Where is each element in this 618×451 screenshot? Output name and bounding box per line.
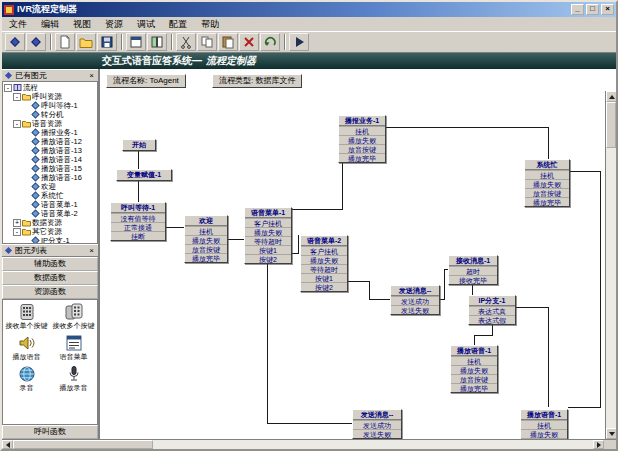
flow-node-assign-1[interactable]: 变量赋值-1 [116,169,172,181]
node-port[interactable]: 播放失败 [521,429,567,438]
node-port[interactable]: 播放失败 [339,135,385,144]
flow-node-recv-msg-1[interactable]: 接收消息-1超时接收完毕 [448,255,498,285]
menu-edit[interactable]: 编辑 [34,17,66,31]
open-button[interactable] [76,33,96,51]
flow-node-play-voice-1b[interactable]: 播放语音-1挂机播放失败放音按键播放完毕 [520,409,568,439]
maximize-button[interactable]: □ [586,4,599,15]
node-port[interactable]: 播放失败 [525,179,569,188]
tree-expander-icon[interactable]: - [13,120,21,128]
tree-expander-icon[interactable]: - [4,84,12,92]
node-port[interactable]: 表达式假 [469,315,515,324]
node-port[interactable]: 按键2 [245,254,291,263]
node-port[interactable]: 表达式真 [469,306,515,315]
close-button[interactable]: × [601,4,614,15]
flow-node-welcome[interactable]: 欢迎挂机播放失败放音按键播放完毕 [184,215,228,263]
node-port[interactable]: 没有值等待 [111,213,165,222]
tree-item[interactable]: IP分支-1 [3,236,97,244]
delete-button[interactable] [239,33,259,51]
horizontal-scroll-thumb[interactable] [13,440,153,449]
scroll-right-button[interactable] [593,440,604,449]
node-port[interactable]: 播放失败 [185,235,227,244]
menu-help[interactable]: 帮助 [194,17,226,31]
node-port[interactable]: 放音按键 [339,144,385,153]
menu-file[interactable]: 文件 [2,17,34,31]
horizontal-scroll-track[interactable] [153,440,593,449]
scroll-down-button[interactable] [606,428,616,439]
view-window-1-button[interactable] [126,33,146,51]
flow-node-voice-menu-2[interactable]: 语音菜单-2客户挂机播放失败等待超时按键1按键2 [300,235,348,292]
node-port[interactable]: 等待超时 [301,264,347,273]
tree-expander-icon[interactable]: - [13,93,21,101]
menu-debug[interactable]: 调试 [130,17,162,31]
flow-node-call-wait-1[interactable]: 呼叫等待-1没有值等待正常接通挂断 [110,202,166,241]
flow-node-system-busy[interactable]: 系统忙挂机播放失败放音按键播放完毕 [524,159,570,207]
vertical-scroll-thumb[interactable] [606,102,616,148]
node-port[interactable]: 按键2 [301,282,347,291]
node-port[interactable]: 挂机 [521,420,567,429]
node-port[interactable]: 按键1 [301,273,347,282]
tree-expander-icon[interactable]: + [13,219,21,227]
node-port[interactable]: 放音按键 [185,244,227,253]
node-port[interactable]: 客户挂机 [301,246,347,255]
node-port[interactable]: 放音按键 [525,188,569,197]
nav-forward-button[interactable] [26,33,46,51]
category-call-functions-button[interactable]: 呼叫函数 [2,425,98,439]
menu-config[interactable]: 配置 [162,17,194,31]
existing-panel-close-icon[interactable]: × [87,71,96,80]
node-port[interactable]: 挂断 [111,231,165,240]
node-port[interactable]: 接收完毕 [449,275,497,284]
palette-item-receive-multi-key[interactable]: 接收多个按键 [50,303,97,330]
palette-item-voice-menu[interactable]: 语音菜单 [50,334,97,361]
node-port[interactable]: 挂机 [451,356,497,365]
node-port[interactable]: 正常接通 [111,222,165,231]
flow-canvas[interactable]: 流程名称: ToAgent 流程类型: 数据库文件 开始变量赋值-1呼叫等待-1… [99,69,616,439]
run-button[interactable] [289,33,309,51]
scroll-up-button[interactable] [606,91,616,102]
cut-button[interactable] [176,33,196,51]
minimize-button[interactable]: _ [571,4,584,15]
node-port[interactable]: 发送成功 [353,420,401,429]
node-port[interactable]: 播放失败 [301,255,347,264]
node-port[interactable]: 播放失败 [245,227,291,236]
node-port[interactable]: 播放完毕 [525,197,569,206]
menu-resource[interactable]: 资源 [98,17,130,31]
flow-node-start[interactable]: 开始 [122,139,156,151]
node-port[interactable]: 超时 [449,266,497,275]
node-port[interactable]: 按键1 [245,245,291,254]
node-port[interactable]: 客户挂机 [245,218,291,227]
flow-node-send-msg-2[interactable]: 发送消息--发送成功发送失败 [352,409,402,439]
flow-node-play-voice-1[interactable]: 播放语音-1挂机播放失败放音按键播放完毕 [450,345,498,393]
palette-item-play-record[interactable]: 播放录音 [50,365,97,392]
category-aux-functions-button[interactable]: 辅助函数 [2,257,98,271]
node-port[interactable]: 发送失败 [391,305,439,314]
node-port[interactable]: 播放完毕 [339,153,385,162]
flow-node-ip-branch-1[interactable]: IP分支-1表达式真表达式假 [468,295,516,325]
canvas-vertical-scrollbar[interactable] [605,91,616,439]
palette-item-play-voice[interactable]: 播放语音 [3,334,50,361]
nav-back-button[interactable] [5,33,25,51]
undo-button[interactable] [260,33,280,51]
flow-node-voice-menu-1[interactable]: 语音菜单-1客户挂机播放失败等待超时按键1按键2 [244,207,292,264]
vertical-scroll-track[interactable] [606,148,616,428]
copy-button[interactable] [197,33,217,51]
tree-expander-icon[interactable]: - [13,228,21,236]
scroll-left-button[interactable] [2,440,13,449]
category-resource-functions-button[interactable]: 资源函数 [2,285,98,299]
menu-view[interactable]: 视图 [66,17,98,31]
node-port[interactable]: 播放完毕 [451,383,497,392]
node-port[interactable]: 播放失败 [451,365,497,374]
flow-node-send-msg-1[interactable]: 发送消息--发送成功发送失败 [390,285,440,315]
node-port[interactable]: 放音按键 [451,374,497,383]
flow-node-broadcast-1[interactable]: 播报业务-1挂机播放失败放音按键播放完毕 [338,115,386,163]
node-port[interactable]: 挂机 [185,226,227,235]
paste-button[interactable] [218,33,238,51]
save-button[interactable] [97,33,117,51]
palette-item-receive-single-key[interactable]: 接收单个按键 [3,303,50,330]
node-port[interactable]: 挂机 [525,170,569,179]
palette-panel-close-icon[interactable]: × [87,246,96,255]
node-port[interactable]: 等待超时 [245,236,291,245]
node-port[interactable]: 播放完毕 [185,253,227,262]
node-port[interactable]: 放音按键 [521,438,567,439]
node-port[interactable]: 发送失败 [353,429,401,438]
category-data-functions-button[interactable]: 数据函数 [2,271,98,285]
